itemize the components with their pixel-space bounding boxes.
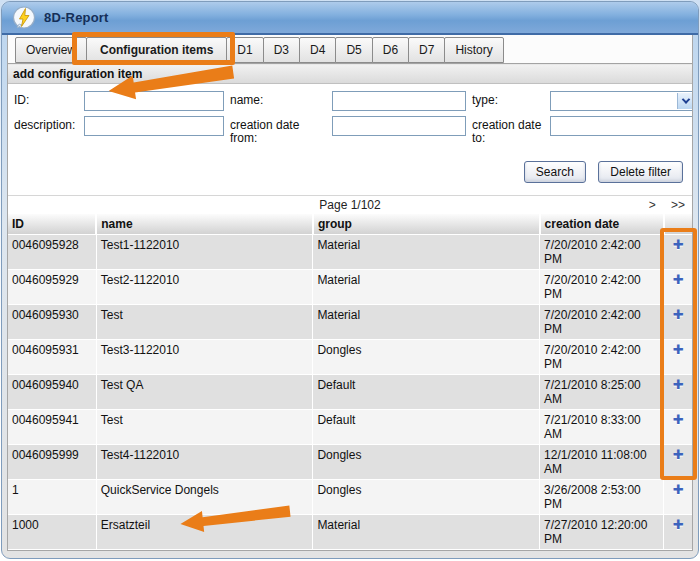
add-plus-icon[interactable]: ✚	[673, 518, 684, 531]
cell-name: Test1-1122010	[96, 235, 313, 270]
creation-date-to-input[interactable]	[550, 116, 693, 136]
creation-date-from-input[interactable]	[332, 116, 466, 136]
tab-configuration-items[interactable]: Configuration items	[86, 37, 227, 63]
configuration-items-table: ID name group creation date 0046095928 T…	[8, 214, 692, 551]
lightning-bolt-icon	[12, 6, 36, 30]
filter-buttons: Search Delete filter	[8, 145, 692, 195]
table-row: 1 QuickService Dongels Dongles 3/26/2008…	[8, 480, 692, 515]
configuration-items-table-section: Page 1/102 > >> ID name group creation d…	[8, 195, 692, 551]
cell-name: QuickService Dongels	[96, 480, 313, 515]
name-input[interactable]	[332, 91, 466, 111]
cell-action: ✚	[664, 410, 692, 445]
name-label: name:	[230, 91, 326, 111]
add-plus-icon[interactable]: ✚	[673, 238, 684, 251]
cell-action: ✚	[664, 515, 692, 550]
page-indicator: Page 1/102	[319, 198, 380, 212]
cell-name: Test	[96, 305, 313, 340]
tab-d7[interactable]: D7	[408, 37, 445, 63]
table-row: 1001 Products Loesche 11/11/2010 8:43:00…	[8, 550, 692, 552]
column-header-creation-date: creation date	[540, 214, 664, 235]
cell-creation-date: 7/21/2010 8:25:00 AM	[540, 375, 664, 410]
app-window: 8D-Report OverviewConfiguration itemsD1D…	[1, 1, 699, 559]
cell-creation-date: 7/20/2010 2:42:00 PM	[540, 305, 664, 340]
tab-d4[interactable]: D4	[299, 37, 336, 63]
add-plus-icon[interactable]: ✚	[673, 448, 684, 461]
pagination-top: Page 1/102 > >>	[8, 196, 692, 214]
id-input[interactable]	[84, 91, 224, 111]
cell-id: 1	[8, 480, 96, 515]
cell-creation-date: 12/1/2010 11:08:00 AM	[540, 445, 664, 480]
table-row: 0046095929 Test2-1122010 Material 7/20/2…	[8, 270, 692, 305]
add-plus-icon[interactable]: ✚	[673, 483, 684, 496]
table-row: 0046095931 Test3-1122010 Dongles 7/20/20…	[8, 340, 692, 375]
cell-group: Loesche	[313, 550, 540, 552]
tab-overview[interactable]: Overview	[15, 37, 87, 63]
tab-history[interactable]: History	[444, 37, 503, 63]
add-plus-icon[interactable]: ✚	[673, 308, 684, 321]
cell-id: 0046095940	[8, 375, 96, 410]
column-header-id: ID	[8, 214, 96, 235]
table-row: 0046095930 Test Material 7/20/2010 2:42:…	[8, 305, 692, 340]
table-header-row: ID name group creation date	[8, 214, 692, 235]
cell-name: Test	[96, 410, 313, 445]
creation-date-to-label: creation date to:	[472, 116, 544, 145]
cell-creation-date: 7/27/2010 12:20:00 PM	[540, 515, 664, 550]
cell-action: ✚	[664, 375, 692, 410]
cell-group: Material	[313, 270, 540, 305]
cell-action: ✚	[664, 305, 692, 340]
add-plus-icon[interactable]: ✚	[673, 413, 684, 426]
cell-creation-date: 11/11/2010 8:43:00 AM	[540, 550, 664, 552]
section-header-add-configuration-item: add configuration item	[8, 64, 692, 84]
add-plus-icon[interactable]: ✚	[673, 273, 684, 286]
delete-filter-button[interactable]: Delete filter	[598, 161, 683, 183]
cell-creation-date: 3/26/2008 2:53:00 PM	[540, 480, 664, 515]
cell-name: Products	[96, 550, 313, 552]
add-plus-icon[interactable]: ✚	[673, 343, 684, 356]
next-page-link[interactable]: >	[649, 198, 656, 212]
table-row: 0046095940 Test QA Default 7/21/2010 8:2…	[8, 375, 692, 410]
tab-d1[interactable]: D1	[226, 37, 263, 63]
tab-d3[interactable]: D3	[263, 37, 300, 63]
cell-id: 0046095929	[8, 270, 96, 305]
last-page-link[interactable]: >>	[671, 198, 685, 212]
cell-group: Material	[313, 235, 540, 270]
cell-creation-date: 7/20/2010 2:42:00 PM	[540, 235, 664, 270]
description-label: description:	[14, 116, 78, 145]
cell-action: ✚	[664, 550, 692, 552]
chevron-down-icon[interactable]	[677, 93, 693, 109]
cell-group: Dongles	[313, 340, 540, 375]
cell-creation-date: 7/20/2010 2:42:00 PM	[540, 340, 664, 375]
cell-action: ✚	[664, 235, 692, 270]
cell-id: 1000	[8, 515, 96, 550]
filter-form: ID: name: type: description: creation da…	[8, 84, 692, 145]
cell-id: 0046095928	[8, 235, 96, 270]
id-label: ID:	[14, 91, 78, 111]
type-label: type:	[472, 91, 544, 111]
table-row: 1000 Ersatzteil Material 7/27/2010 12:20…	[8, 515, 692, 550]
add-plus-icon[interactable]: ✚	[673, 378, 684, 391]
type-select[interactable]	[550, 91, 693, 111]
cell-creation-date: 7/21/2010 8:33:00 AM	[540, 410, 664, 445]
cell-name: Test2-1122010	[96, 270, 313, 305]
column-header-group: group	[313, 214, 540, 235]
cell-id: 0046095999	[8, 445, 96, 480]
description-input[interactable]	[84, 116, 224, 136]
tab-d5[interactable]: D5	[335, 37, 372, 63]
cell-name: Test4-1122010	[96, 445, 313, 480]
cell-name: Ersatzteil	[96, 515, 313, 550]
table-row: 0046095941 Test Default 7/21/2010 8:33:0…	[8, 410, 692, 445]
cell-group: Default	[313, 375, 540, 410]
search-button[interactable]: Search	[524, 161, 586, 183]
cell-name: Test QA	[96, 375, 313, 410]
cell-action: ✚	[664, 445, 692, 480]
cell-group: Material	[313, 305, 540, 340]
cell-group: Default	[313, 410, 540, 445]
column-header-name: name	[96, 214, 313, 235]
app-title: 8D-Report	[44, 10, 109, 25]
cell-action: ✚	[664, 270, 692, 305]
cell-id: 0046095941	[8, 410, 96, 445]
cell-group: Dongles	[313, 445, 540, 480]
tab-d6[interactable]: D6	[372, 37, 409, 63]
cell-action: ✚	[664, 340, 692, 375]
ci-table-body: 0046095928 Test1-1122010 Material 7/20/2…	[8, 235, 692, 552]
